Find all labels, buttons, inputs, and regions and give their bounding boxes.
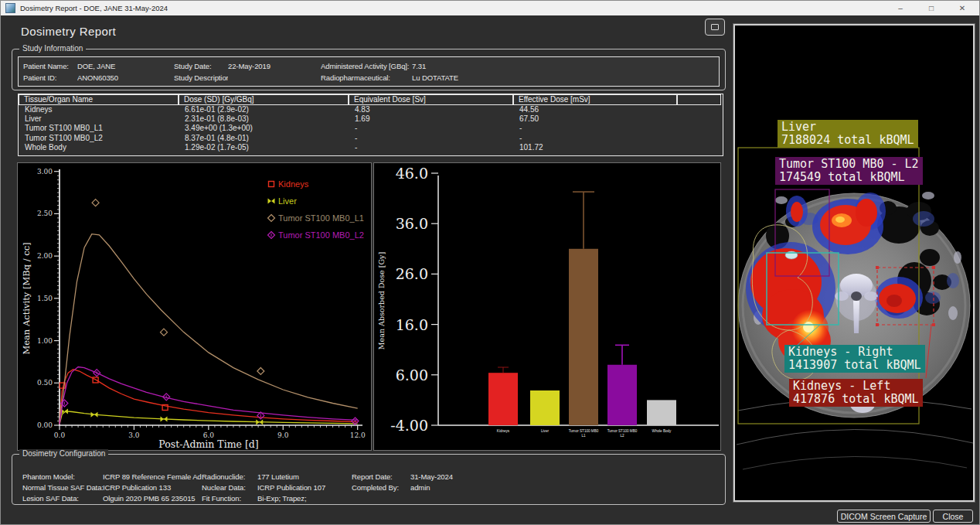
table-row[interactable]: Tumor ST100 MB0_L28.37e-01 (4.8e-01)-- — [19, 134, 723, 143]
roi-label-tumor-st100-mb0-l2: Tumor ST100 MB0 - L2174549 total kBQML — [775, 157, 923, 185]
table-cell: 67.50 — [513, 114, 677, 124]
table-cell: 8.37e-01 (4.8e-01) — [179, 134, 349, 143]
organ-dose-table: Tissue/Organ NameDose (SD) [Gy/GBq]Equiv… — [18, 94, 723, 156]
legend-entry: Tumor ST100 MB0_L2 — [278, 230, 364, 240]
field-value: DOE, JANE — [77, 62, 174, 70]
svg-text:0.50: 0.50 — [37, 379, 53, 387]
study-information-inset: Patient Name:DOE, JANEStudy Date:22-May-… — [18, 56, 720, 87]
svg-text:1.00: 1.00 — [37, 337, 53, 345]
table-cell: Whole Body — [19, 143, 179, 152]
dosimetry-configuration-group: Dosimetry Configuration Phantom Model:IC… — [12, 454, 726, 505]
field-label: Study Date: — [174, 62, 228, 70]
svg-text:Mean Absorbed Dose [Gy]: Mean Absorbed Dose [Gy] — [377, 252, 386, 349]
absorbed-dose-bar-chart: -4.006.0016.026.036.046.0Mean Absorbed D… — [373, 162, 721, 451]
field-value: ANON60350 — [77, 73, 174, 82]
dosimetry-configuration-legend: Dosimetry Configuration — [19, 449, 108, 458]
table-cell: Liver — [19, 114, 179, 124]
field-label: Phantom Model: — [22, 472, 103, 481]
table-cell: - — [349, 124, 513, 133]
field-label: Study Description: — [174, 73, 228, 82]
table-cell: Kidneys — [19, 105, 179, 114]
dicom-screen-capture-button[interactable]: DICOM Screen Capture — [837, 510, 931, 523]
field-value: ICRP 89 Reference Female Adult — [103, 472, 202, 481]
bar-0 — [488, 373, 518, 425]
table-cell: 44.56 — [513, 105, 677, 114]
svg-text:-4.00: -4.00 — [390, 417, 428, 434]
table-row[interactable]: Kidneys6.61e-01 (2.9e-02)4.8344.56 — [19, 105, 723, 114]
field-label — [352, 494, 410, 503]
dosimetry-report-window: Dosimetry Report - DOE, JANE 31-May-2024… — [0, 0, 980, 525]
study-information-group: Study Information Patient Name:DOE, JANE… — [12, 49, 726, 90]
table-cell: 3.49e+00 (1.3e+00) — [179, 124, 349, 133]
svg-text:46.0: 46.0 — [396, 165, 428, 182]
table-cell: 1.29e-02 (1.7e-05) — [179, 143, 349, 152]
svg-text:9.0: 9.0 — [277, 431, 289, 439]
table-row[interactable]: Whole Body1.29e-02 (1.7e-05)-101.72 — [19, 143, 723, 152]
report-options-button[interactable] — [705, 19, 725, 36]
svg-text:Tumor ST100 MB0L2: Tumor ST100 MB0L2 — [607, 429, 638, 438]
field-label: Normal Tissue SAF Data: — [22, 483, 103, 492]
roi-label-name: Liver — [781, 121, 914, 134]
svg-text:2.50: 2.50 — [37, 210, 53, 217]
table-cell: 2.31e-01 (8.8e-03) — [179, 114, 349, 124]
roi-label-total: 7188024 total kBQML — [781, 134, 914, 147]
bar-1 — [530, 390, 560, 425]
roi-label-name: Tumor ST100 MB0 - L2 — [779, 158, 919, 171]
field-value — [410, 494, 720, 503]
table-cell: 4.83 — [349, 105, 513, 114]
roi-label-liver: Liver7188024 total kBQML — [778, 120, 918, 148]
field-label: Nuclear Data: — [202, 483, 257, 492]
close-button[interactable]: Close — [933, 510, 973, 523]
svg-text:16.0: 16.0 — [396, 316, 428, 333]
table-row[interactable]: Liver2.31e-01 (8.8e-03)1.6967.50 — [19, 114, 723, 124]
maximize-button[interactable]: □ — [916, 1, 947, 15]
table-row[interactable]: Tumor ST100 MB0_L13.49e+00 (1.3e+00)-- — [19, 124, 723, 133]
field-value: ICRP Publication 133 — [103, 483, 202, 492]
table-cell: 101.72 — [513, 143, 677, 152]
svg-text:Liver: Liver — [541, 429, 549, 433]
bar-4 — [647, 400, 676, 425]
legend-entry: Kidneys — [278, 179, 309, 189]
activity-time-chart: 0.000.501.001.502.002.503.000.03.06.09.0… — [17, 162, 372, 451]
dosimetry-configuration-grid: Phantom Model:ICRP 89 Reference Female A… — [18, 462, 720, 512]
study-information-grid: Patient Name:DOE, JANEStudy Date:22-May-… — [19, 57, 719, 86]
roi-label-kidneys-left: Kidneys - Left417876 total kBQML — [789, 379, 923, 407]
bar-3 — [607, 365, 637, 425]
field-label: Radiopharmaceutical: — [321, 73, 412, 82]
close-window-button[interactable]: ✕ — [947, 1, 978, 15]
column-header: Effective Dose [mSv] — [513, 94, 677, 105]
svg-text:36.0: 36.0 — [396, 215, 428, 232]
field-value: 177 Lutetium — [257, 472, 352, 481]
table-cell: - — [349, 134, 513, 143]
column-header — [677, 94, 721, 105]
roi-label-total: 174549 total kBQML — [779, 171, 919, 184]
svg-text:26.0: 26.0 — [396, 265, 428, 282]
svg-text:0.0: 0.0 — [54, 431, 66, 439]
title-bar[interactable]: Dosimetry Report - DOE, JANE 31-May-2024… — [1, 1, 979, 15]
field-label: Lesion SAF Data: — [22, 494, 103, 503]
field-value: ICRP Publication 107 — [257, 483, 352, 492]
field-label: Patient ID: — [23, 73, 77, 82]
page-title: Dosimetry Report — [21, 25, 116, 38]
svg-text:Post-Admin Time [d]: Post-Admin Time [d] — [158, 438, 258, 450]
roi-label-kidneys-right: Kidneys - Right1413907 total kBQML — [784, 345, 925, 373]
field-label: Patient Name: — [23, 62, 77, 70]
field-value: 31-May-2024 — [410, 472, 720, 481]
table-cell — [677, 124, 721, 133]
window-title: Dosimetry Report - DOE, JANE 31-May-2024 — [20, 4, 168, 12]
pet-ct-image-panel: Liver7188024 total kBQMLTumor ST100 MB0 … — [733, 24, 975, 502]
legend-entry: Tumor ST100 MB0_L1 — [278, 213, 364, 223]
field-value: admin — [410, 483, 720, 492]
roi-label-total: 1413907 total kBQML — [788, 359, 921, 372]
svg-text:3.0: 3.0 — [128, 431, 140, 439]
column-header: Dose (SD) [Gy/GBq] — [179, 94, 349, 105]
ct-pet-image — [735, 26, 973, 500]
minimize-button[interactable]: – — [885, 1, 916, 15]
field-label: Administered Activity [GBq]: — [321, 62, 412, 70]
table-cell: 6.61e-01 (2.9e-02) — [179, 105, 349, 114]
table-cell — [677, 105, 721, 114]
svg-text:6.00: 6.00 — [396, 366, 428, 384]
bar-2 — [569, 249, 598, 425]
column-header: Equivalent Dose [Sv] — [349, 94, 513, 105]
svg-text:1.50: 1.50 — [37, 295, 53, 302]
